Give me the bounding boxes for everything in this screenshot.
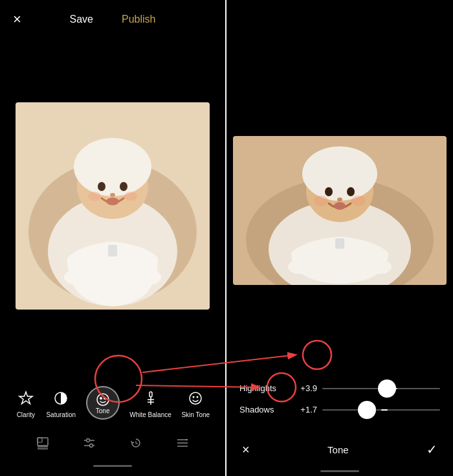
saturation-tool[interactable]: Saturation bbox=[46, 388, 76, 418]
highlights-value: +3.9 bbox=[291, 383, 317, 393]
scroll-indicator bbox=[0, 461, 225, 471]
left-header: × Save Publish bbox=[0, 0, 225, 39]
svg-point-49 bbox=[351, 196, 366, 206]
svg-rect-25 bbox=[38, 438, 48, 446]
tone-tool[interactable]: Tone bbox=[86, 386, 120, 420]
svg-point-31 bbox=[87, 439, 90, 442]
svg-point-8 bbox=[110, 193, 115, 197]
svg-point-13 bbox=[124, 192, 137, 201]
svg-point-23 bbox=[193, 396, 195, 398]
shadows-fill bbox=[381, 409, 388, 411]
photo-container bbox=[16, 102, 210, 312]
right-footer: × Tone ✓ bbox=[226, 433, 453, 466]
svg-point-44 bbox=[325, 187, 333, 196]
save-button[interactable]: Save bbox=[70, 14, 93, 25]
svg-rect-11 bbox=[108, 245, 117, 256]
svg-point-7 bbox=[106, 198, 119, 205]
svg-point-32 bbox=[90, 444, 93, 448]
right-top-area bbox=[226, 0, 453, 130]
baby-photo-right bbox=[233, 136, 447, 285]
layers-button[interactable] bbox=[31, 431, 54, 455]
footer-cancel-button[interactable]: × bbox=[242, 442, 250, 457]
sliders-area: Highlights +3.9 Shadows +1.7 bbox=[226, 370, 453, 433]
saturation-label: Saturation bbox=[46, 411, 76, 418]
svg-point-12 bbox=[88, 192, 101, 201]
shadows-slider-row: Shadows +1.7 bbox=[239, 405, 440, 414]
svg-point-15 bbox=[97, 394, 109, 405]
svg-point-45 bbox=[347, 187, 355, 196]
white-balance-tool[interactable]: White Balance bbox=[129, 388, 171, 418]
svg-point-10 bbox=[135, 269, 161, 285]
clarity-icon bbox=[16, 388, 36, 409]
svg-point-16 bbox=[100, 397, 102, 400]
highlights-thumb[interactable] bbox=[378, 380, 396, 398]
svg-rect-18 bbox=[149, 392, 152, 397]
header-actions: Save Publish bbox=[70, 14, 156, 25]
shadows-thumb[interactable] bbox=[358, 401, 376, 419]
publish-button[interactable]: Publish bbox=[122, 14, 155, 25]
clarity-label: Clarity bbox=[17, 411, 35, 418]
skin-tone-label: Skin Tone bbox=[181, 411, 210, 418]
svg-point-24 bbox=[197, 396, 199, 398]
tone-label: Tone bbox=[96, 407, 110, 414]
svg-point-47 bbox=[337, 198, 342, 201]
menu-button[interactable] bbox=[171, 431, 194, 455]
skin-tone-icon bbox=[185, 388, 206, 409]
right-scroll-indicator bbox=[226, 466, 453, 476]
bottom-toolbar: Clarity Saturation bbox=[0, 376, 225, 476]
svg-rect-26 bbox=[38, 438, 42, 442]
shadows-track[interactable] bbox=[322, 409, 440, 411]
svg-point-51 bbox=[368, 260, 392, 274]
highlights-label: Highlights bbox=[239, 383, 291, 393]
shadows-value: +1.7 bbox=[291, 405, 317, 414]
white-balance-label: White Balance bbox=[129, 411, 171, 418]
clarity-tool[interactable]: Clarity bbox=[16, 388, 36, 418]
white-balance-icon bbox=[140, 388, 161, 409]
right-photo-area bbox=[226, 130, 453, 370]
history-button[interactable] bbox=[124, 431, 148, 455]
scroll-bar bbox=[93, 465, 132, 467]
left-photo-area bbox=[0, 39, 225, 376]
svg-point-4 bbox=[74, 138, 151, 196]
tone-item-bg: Tone bbox=[86, 386, 120, 420]
right-scroll-bar bbox=[320, 470, 359, 472]
svg-point-48 bbox=[314, 196, 328, 206]
tone-icon bbox=[95, 392, 111, 407]
svg-rect-52 bbox=[335, 238, 344, 249]
shadows-label: Shadows bbox=[239, 405, 291, 414]
highlights-track[interactable] bbox=[322, 388, 440, 389]
svg-point-22 bbox=[190, 392, 201, 404]
tools-row: Clarity Saturation bbox=[0, 381, 225, 425]
svg-point-46 bbox=[334, 202, 346, 210]
svg-point-50 bbox=[288, 260, 311, 274]
svg-point-9 bbox=[64, 269, 90, 285]
svg-point-5 bbox=[98, 182, 105, 191]
bottom-icons-row bbox=[0, 425, 225, 461]
footer-confirm-button[interactable]: ✓ bbox=[426, 442, 437, 457]
right-panel: Highlights +3.9 Shadows +1.7 × Tone ✓ bbox=[226, 0, 453, 476]
saturation-icon bbox=[50, 388, 71, 409]
svg-point-6 bbox=[120, 182, 127, 191]
left-panel: × Save Publish bbox=[0, 0, 225, 476]
close-button[interactable]: × bbox=[13, 12, 21, 27]
footer-title: Tone bbox=[327, 444, 349, 455]
svg-point-43 bbox=[302, 146, 377, 201]
skin-tone-tool[interactable]: Skin Tone bbox=[181, 388, 210, 418]
svg-point-17 bbox=[104, 397, 106, 400]
baby-photo-left bbox=[16, 102, 210, 310]
highlights-slider-row: Highlights +3.9 bbox=[239, 383, 440, 393]
sliders-button[interactable] bbox=[78, 431, 101, 455]
